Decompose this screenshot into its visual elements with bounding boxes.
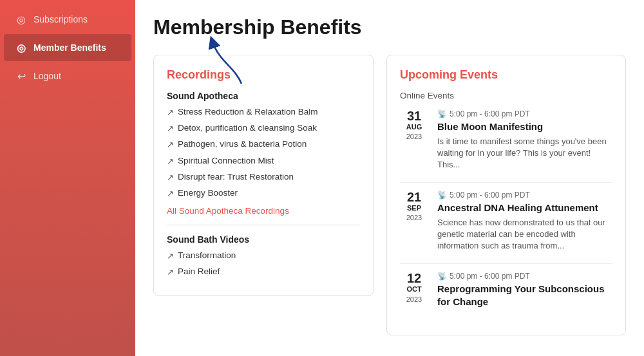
event-divider <box>400 263 612 264</box>
page-title: Membership Benefits <box>153 15 626 39</box>
sidebar-item-member-benefits[interactable]: ◎ Member Benefits <box>4 34 131 61</box>
list-item[interactable]: ↗ Pathogen, virus & bacteria Potion <box>167 138 360 151</box>
online-events-label: Online Events <box>400 91 612 100</box>
event-time: 📡 5:00 pm - 6:00 pm PDT <box>437 272 612 281</box>
list-item[interactable]: ↗ Disrupt fear: Trust Restoration <box>167 171 360 183</box>
link-arrow-icon: ↗ <box>167 267 174 278</box>
link-arrow-icon: ↗ <box>167 107 174 118</box>
sidebar-item-member-benefits-label: Member Benefits <box>33 42 106 53</box>
event-day: 21 <box>400 191 428 203</box>
recording-item-label: Detox, purification & cleansing Soak <box>178 122 317 135</box>
recording-item-label: Pathogen, virus & bacteria Potion <box>178 138 307 151</box>
event-month: OCT <box>400 285 428 294</box>
event-time: 📡 5:00 pm - 6:00 pm PDT <box>437 191 612 200</box>
member-benefits-icon: ◎ <box>15 42 27 53</box>
sound-bath-item-label: Transformation <box>178 250 236 262</box>
link-arrow-icon: ↗ <box>167 250 174 262</box>
broadcast-icon: 📡 <box>437 272 447 281</box>
event-desc: Science has now demonstrated to us that … <box>437 217 612 252</box>
event-title: Reprogramming Your Subconscious for Chan… <box>437 283 612 308</box>
subscriptions-icon: ◎ <box>15 14 27 25</box>
event-item[interactable]: 12 OCT 2023 📡 5:00 pm - 6:00 pm PDT Repr… <box>400 272 612 310</box>
event-date: 21 SEP 2023 <box>400 191 428 223</box>
sidebar-item-logout-label: Logout <box>33 71 61 81</box>
sidebar-item-logout[interactable]: ↩ Logout <box>4 62 131 89</box>
recording-item-label: Disrupt fear: Trust Restoration <box>178 171 294 183</box>
list-item[interactable]: ↗ Transformation <box>167 250 360 262</box>
link-arrow-icon: ↗ <box>167 188 174 200</box>
list-item[interactable]: ↗ Pain Relief <box>167 266 360 278</box>
event-body: 📡 5:00 pm - 6:00 pm PDT Ancestral DNA He… <box>437 191 612 252</box>
event-item[interactable]: 21 SEP 2023 📡 5:00 pm - 6:00 pm PDT Ance… <box>400 191 612 252</box>
event-month: AUG <box>400 122 428 132</box>
event-desc: Is it time to manifest some things you'v… <box>437 136 612 171</box>
sound-apotheca-title: Sound Apotheca <box>167 91 360 101</box>
event-year: 2023 <box>400 132 428 142</box>
event-date: 31 AUG 2023 <box>400 109 428 142</box>
cards-row: Recordings Sound Apotheca ↗ Stress Reduc… <box>153 55 626 335</box>
event-title: Blue Moon Manifesting <box>437 120 612 133</box>
link-arrow-icon: ↗ <box>167 156 174 167</box>
sidebar-item-subscriptions-label: Subscriptions <box>33 14 88 24</box>
recording-item-label: Stress Reduction & Relaxation Balm <box>178 106 318 118</box>
sidebar-item-subscriptions[interactable]: ◎ Subscriptions <box>4 6 131 33</box>
broadcast-icon: 📡 <box>437 109 447 118</box>
event-month: SEP <box>400 203 428 213</box>
list-item[interactable]: ↗ Stress Reduction & Relaxation Balm <box>167 106 360 118</box>
event-date: 12 OCT 2023 <box>400 272 428 304</box>
event-day: 12 <box>400 272 428 285</box>
list-item[interactable]: ↗ Energy Booster <box>167 187 360 200</box>
events-card-title: Upcoming Events <box>400 68 612 82</box>
sound-bath-section: Sound Bath Videos ↗ Transformation ↗ Pai… <box>167 234 360 278</box>
event-day: 31 <box>400 109 428 122</box>
sound-bath-title: Sound Bath Videos <box>167 234 360 245</box>
event-body: 📡 5:00 pm - 6:00 pm PDT Blue Moon Manife… <box>437 109 612 171</box>
event-divider <box>400 182 612 183</box>
sound-bath-item-label: Pain Relief <box>178 266 220 278</box>
list-item[interactable]: ↗ Spiritual Connection Mist <box>167 155 360 167</box>
link-arrow-icon: ↗ <box>167 172 174 183</box>
main-content: Membership Benefits Recordings Sound Apo… <box>135 0 644 356</box>
event-year: 2023 <box>400 213 428 223</box>
events-card: Upcoming Events Online Events 31 AUG 202… <box>386 55 626 335</box>
event-body: 📡 5:00 pm - 6:00 pm PDT Reprogramming Yo… <box>437 272 612 310</box>
recordings-card-title: Recordings <box>167 68 360 82</box>
event-item[interactable]: 31 AUG 2023 📡 5:00 pm - 6:00 pm PDT Blue… <box>400 109 612 171</box>
recording-item-label: Energy Booster <box>178 187 238 200</box>
logout-icon: ↩ <box>15 70 27 82</box>
sidebar: ◎ Subscriptions ◎ Member Benefits ↩ Logo… <box>0 0 135 356</box>
recording-item-label: Spiritual Connection Mist <box>178 155 274 167</box>
divider <box>167 225 360 225</box>
broadcast-icon: 📡 <box>437 191 447 200</box>
event-year: 2023 <box>400 295 428 304</box>
event-title: Ancestral DNA Healing Attunement <box>437 201 612 214</box>
link-arrow-icon: ↗ <box>167 123 174 135</box>
recordings-card: Recordings Sound Apotheca ↗ Stress Reduc… <box>153 55 374 296</box>
link-arrow-icon: ↗ <box>167 139 174 151</box>
list-item[interactable]: ↗ Detox, purification & cleansing Soak <box>167 122 360 135</box>
all-recordings-link[interactable]: All Sound Apotheca Recordings <box>167 206 360 216</box>
event-time: 📡 5:00 pm - 6:00 pm PDT <box>437 109 612 118</box>
